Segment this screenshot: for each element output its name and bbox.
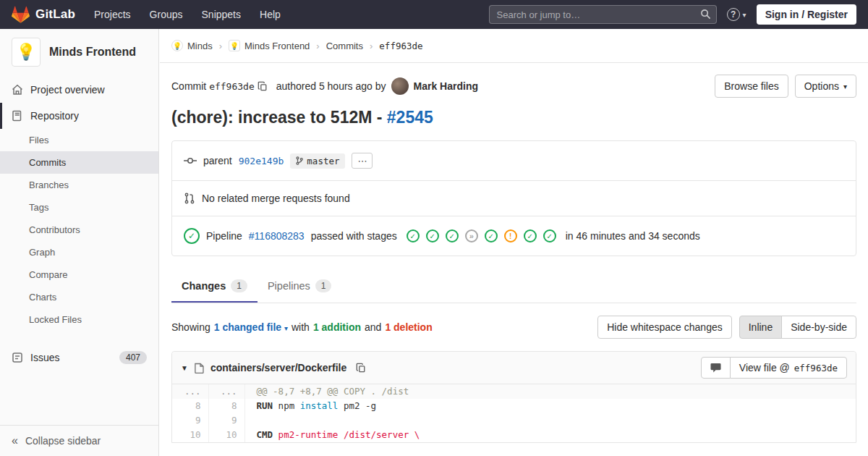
- breadcrumb-separator-icon: ›: [219, 41, 222, 51]
- inline-view-button[interactable]: Inline: [739, 316, 782, 339]
- main-nav-menu: Projects Groups Snippets Help: [94, 9, 281, 20]
- sidebar-item-compare[interactable]: Compare: [0, 263, 158, 286]
- diff-file-path[interactable]: containers/server/Dockerfile: [210, 362, 346, 373]
- new-line-number[interactable]: 10: [208, 428, 244, 442]
- sidebar-item-repository[interactable]: Repository: [0, 103, 158, 129]
- ellipsis-icon: ⋯: [357, 156, 367, 166]
- sidebar-item-branches[interactable]: Branches: [0, 174, 158, 196]
- parent-sha-link[interactable]: 902e149b: [239, 156, 284, 166]
- search-input[interactable]: [489, 5, 717, 24]
- top-navbar: GitLab Projects Groups Snippets Help ? ▾…: [0, 0, 868, 29]
- merge-requests-row: No related merge requests found: [172, 180, 856, 216]
- sidebar-item-commits[interactable]: Commits: [0, 151, 158, 174]
- nav-groups[interactable]: Groups: [150, 9, 183, 20]
- pipeline-stage-success-icon[interactable]: ✓: [524, 229, 537, 242]
- old-line-number[interactable]: 10: [172, 428, 208, 442]
- author-avatar[interactable]: [391, 77, 409, 95]
- commit-sha: eff963de: [209, 81, 255, 92]
- diff-view-toggle: Inline Side-by-side: [739, 316, 856, 339]
- changed-files-dropdown[interactable]: 1 changed file ▾: [214, 321, 288, 333]
- pipeline-stage-success-icon[interactable]: ✓: [446, 229, 459, 242]
- copy-sha-button[interactable]: [255, 81, 271, 91]
- project-name: Minds Frontend: [49, 46, 136, 59]
- breadcrumb-commits[interactable]: Commits: [326, 41, 363, 51]
- breadcrumb: 💡 Minds › 💡 Minds Frontend › Commits › e…: [160, 29, 868, 63]
- branch-icon: [296, 156, 303, 165]
- sign-in-button[interactable]: Sign in / Register: [757, 4, 856, 25]
- pipeline-stage-success-icon[interactable]: ✓: [485, 229, 498, 242]
- project-avatar: 💡: [12, 38, 41, 67]
- sidebar-item-contributors[interactable]: Contributors: [0, 219, 158, 241]
- copy-file-path-button[interactable]: [353, 363, 369, 373]
- old-line-number[interactable]: 8: [172, 399, 208, 413]
- line-content: CMD pm2-runtime /dist/server \: [244, 428, 856, 442]
- and-label: and: [365, 321, 381, 333]
- sidebar-item-tags[interactable]: Tags: [0, 196, 158, 219]
- line-content: [244, 413, 856, 428]
- commit-icon: [184, 156, 197, 166]
- tab-pipelines[interactable]: Pipelines 1: [258, 271, 342, 303]
- nav-projects[interactable]: Projects: [94, 9, 131, 20]
- sidebar-item-label: Project overview: [30, 84, 105, 96]
- side-by-side-view-button[interactable]: Side-by-side: [781, 316, 856, 339]
- project-sidebar: 💡 Minds Frontend Project overview Reposi…: [0, 29, 159, 456]
- sidebar-item-files[interactable]: Files: [0, 129, 158, 151]
- new-line-number[interactable]: 8: [208, 399, 244, 413]
- old-line-number[interactable]: ...: [172, 384, 208, 399]
- new-line-number[interactable]: 9: [208, 413, 244, 428]
- diff-file-header: ▼ containers/server/Dockerfile: [172, 352, 856, 384]
- collapse-sidebar-icon: «: [12, 435, 18, 447]
- sidebar-item-label: Repository: [30, 110, 79, 122]
- sidebar-item-charts[interactable]: Charts: [0, 286, 158, 308]
- gitlab-logo[interactable]: GitLab: [12, 6, 75, 23]
- browse-files-button[interactable]: Browse files: [715, 75, 788, 98]
- sidebar-item-locked-files[interactable]: Locked Files: [0, 308, 158, 331]
- breadcrumb-group[interactable]: 💡 Minds: [171, 40, 213, 51]
- changes-count-badge: 1: [231, 279, 247, 292]
- tab-changes[interactable]: Changes 1: [171, 271, 258, 303]
- pipeline-row: ✓ Pipeline #116808283 passed with stages…: [172, 216, 856, 256]
- author-name-link[interactable]: Mark Harding: [414, 80, 478, 92]
- pipeline-number-link[interactable]: #116808283: [249, 230, 305, 242]
- help-menu[interactable]: ? ▾: [727, 8, 746, 21]
- nav-help[interactable]: Help: [260, 9, 281, 20]
- commit-tabs: Changes 1 Pipelines 1: [171, 271, 856, 303]
- nav-snippets[interactable]: Snippets: [202, 9, 241, 20]
- collapse-sidebar-button[interactable]: « Collapse sidebar: [0, 425, 158, 456]
- hide-whitespace-button[interactable]: Hide whitespace changes: [597, 316, 732, 339]
- line-content: RUN npm install pm2 -g: [244, 399, 856, 413]
- issue-link[interactable]: #2545: [387, 108, 433, 127]
- pipeline-stage-success-icon[interactable]: ✓: [426, 229, 439, 242]
- pipeline-stage-warning-icon[interactable]: !: [504, 229, 517, 242]
- diff-line-hunk: ......@@ -8,7 +8,7 @@ COPY . /dist: [172, 384, 856, 399]
- pipeline-stage-success-icon[interactable]: ✓: [407, 229, 420, 242]
- sidebar-item-issues[interactable]: Issues 407: [0, 344, 158, 371]
- view-file-button[interactable]: View file @ eff963de: [730, 357, 847, 379]
- pipeline-duration: in 46 minutes and 34 seconds: [566, 230, 700, 242]
- diff-line-context: 88RUN npm install pm2 -g: [172, 399, 856, 413]
- new-line-number[interactable]: ...: [208, 384, 244, 399]
- pipeline-stage-success-icon[interactable]: ✓: [543, 229, 556, 242]
- comment-on-file-button[interactable]: [701, 357, 731, 379]
- parent-label: parent: [203, 155, 232, 166]
- pipelines-count-badge: 1: [315, 279, 332, 292]
- diff-file-actions: View file @ eff963de: [701, 357, 847, 379]
- search-icon[interactable]: [700, 9, 711, 22]
- expand-refs-button[interactable]: ⋯: [352, 153, 373, 169]
- sidebar-project-header[interactable]: 💡 Minds Frontend: [0, 29, 158, 77]
- commit-header: Commit eff963de authored 5 hours ago by …: [171, 75, 856, 98]
- branch-ref-pill[interactable]: master: [290, 153, 345, 169]
- sidebar-item-graph[interactable]: Graph: [0, 241, 158, 263]
- breadcrumb-project[interactable]: 💡 Minds Frontend: [229, 40, 310, 51]
- copy-icon: [258, 81, 268, 91]
- main-content: 💡 Minds › 💡 Minds Frontend › Commits › e…: [160, 0, 868, 443]
- options-dropdown-button[interactable]: Options ▾: [795, 75, 856, 98]
- parent-row: parent 902e149b master ⋯: [172, 141, 856, 180]
- pipeline-status-icon[interactable]: ✓: [184, 228, 200, 244]
- old-line-number[interactable]: 9: [172, 413, 208, 428]
- sidebar-nav: Project overview Repository Files Commit…: [0, 77, 158, 371]
- with-label: with: [292, 321, 310, 333]
- collapse-diff-icon[interactable]: ▼: [181, 364, 188, 372]
- sidebar-item-project-overview[interactable]: Project overview: [0, 77, 158, 103]
- pipeline-stage-skipped-icon[interactable]: »: [465, 229, 478, 242]
